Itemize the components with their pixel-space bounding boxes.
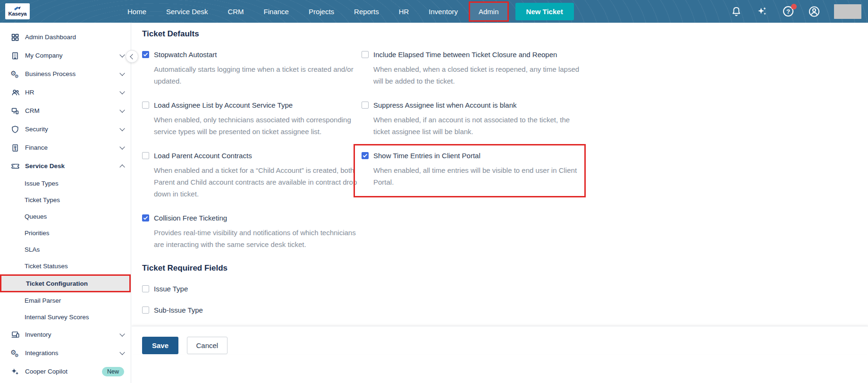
sidebar-item-integrations[interactable]: ⚙⚙ Integrations bbox=[0, 344, 131, 362]
sidebar-item-hr[interactable]: HR bbox=[0, 83, 131, 102]
ticket-defaults-options: Stopwatch Autostart Automatically starts… bbox=[142, 49, 868, 263]
sidebar-item-label: Service Desk bbox=[25, 162, 120, 170]
sidebar-item-service-desk[interactable]: Service Desk bbox=[0, 157, 131, 175]
sidebar-item-label: Integrations bbox=[25, 349, 120, 357]
sidebar-item-my-company[interactable]: My Company bbox=[0, 46, 131, 65]
new-badge: New bbox=[102, 367, 124, 376]
option-issue-type: Issue Type bbox=[142, 283, 868, 294]
option-label: Sub-Issue Type bbox=[154, 305, 203, 315]
sidebar-subitem-ticket-statuses[interactable]: Ticket Statuses bbox=[0, 258, 131, 274]
option-label: Show Time Entries in Client Portal bbox=[373, 150, 480, 161]
user-name-redacted[interactable] bbox=[834, 4, 861, 19]
nav-finance[interactable]: Finance bbox=[254, 1, 299, 22]
sidebar-collapse-button[interactable] bbox=[126, 50, 138, 63]
suppress-assignee-list-checkbox[interactable] bbox=[362, 102, 369, 109]
help-notification-badge bbox=[791, 4, 797, 9]
nav-projects[interactable]: Projects bbox=[299, 1, 344, 22]
sidebar-item-crm[interactable]: CRM bbox=[0, 102, 131, 120]
option-label: Stopwatch Autostart bbox=[154, 49, 217, 60]
sidebar-subitem-slas[interactable]: SLAs bbox=[0, 241, 131, 258]
collision-free-ticketing-checkbox[interactable] bbox=[142, 214, 149, 221]
chevron-down-icon bbox=[119, 52, 125, 57]
new-ticket-button[interactable]: New Ticket bbox=[515, 3, 574, 20]
option-load-parent-account-contracts: Load Parent Account Contracts When enabl… bbox=[142, 150, 362, 200]
sidebar-item-admin-dashboard[interactable]: Admin Dashboard bbox=[0, 28, 131, 46]
svg-text:$: $ bbox=[14, 147, 16, 151]
sidebar-item-security[interactable]: Security bbox=[0, 120, 131, 138]
cancel-button[interactable]: Cancel bbox=[187, 337, 228, 354]
kaseya-logo[interactable]: Kaseya bbox=[5, 3, 30, 19]
sidebar-item-finance[interactable]: $ Finance bbox=[0, 138, 131, 157]
nav-admin-highlighted[interactable]: Admin bbox=[469, 1, 509, 22]
option-include-elapsed-time: Include Elapsed Time between Ticket Clos… bbox=[362, 49, 607, 87]
gears-icon: ⚙⚙ bbox=[9, 70, 21, 78]
ticket-icon bbox=[9, 162, 21, 170]
load-parent-account-contracts-checkbox[interactable] bbox=[142, 152, 149, 159]
ticket-required-fields-title: Ticket Required Fields bbox=[142, 264, 868, 273]
save-button[interactable]: Save bbox=[142, 337, 178, 354]
nav-inventory[interactable]: Inventory bbox=[419, 1, 468, 22]
sidebar-item-label: My Company bbox=[25, 52, 120, 59]
chevron-down-icon bbox=[119, 70, 125, 76]
ticket-configuration-content: Ticket Defaults Stopwatch Autostart Auto… bbox=[132, 23, 868, 383]
gears-icon: ⚙⚙ bbox=[9, 349, 21, 357]
stopwatch-autostart-checkbox[interactable] bbox=[142, 51, 149, 58]
chevron-down-icon bbox=[119, 349, 125, 355]
cooper-ai-sparkles-icon[interactable] bbox=[756, 5, 768, 17]
ticket-required-fields-options: Issue Type Sub-Issue Type bbox=[142, 283, 868, 315]
nav-home[interactable]: Home bbox=[118, 1, 156, 22]
nav-crm[interactable]: CRM bbox=[218, 1, 253, 22]
main-nav: Home Service Desk CRM Finance Projects R… bbox=[118, 1, 574, 22]
option-label: Issue Type bbox=[154, 283, 188, 294]
option-description: When enabled, all time entries will be v… bbox=[373, 164, 578, 188]
sidebar-subitem-ticket-types[interactable]: Ticket Types bbox=[0, 192, 131, 208]
sub-issue-type-checkbox[interactable] bbox=[142, 306, 149, 314]
chevron-up-icon bbox=[119, 164, 125, 170]
finance-document-icon: $ bbox=[9, 144, 21, 152]
sidebar-item-label: Inventory bbox=[25, 331, 120, 338]
sidebar-subitem-priorities[interactable]: Priorities bbox=[0, 225, 131, 241]
option-description: Provides real-time visibility and notifi… bbox=[154, 227, 362, 250]
sidebar-item-label: Admin Dashboard bbox=[25, 34, 124, 41]
issue-type-checkbox[interactable] bbox=[142, 285, 149, 292]
nav-reports[interactable]: Reports bbox=[344, 1, 389, 22]
load-assignee-list-checkbox[interactable] bbox=[142, 102, 149, 109]
ticket-defaults-title: Ticket Defaults bbox=[142, 29, 868, 39]
kaseya-bms-app: Kaseya Home Service Desk CRM Finance Pro… bbox=[0, 0, 868, 383]
sidebar-item-label: CRM bbox=[25, 107, 120, 114]
option-label: Load Assignee List by Account Service Ty… bbox=[154, 100, 293, 111]
form-footer: Save Cancel bbox=[132, 326, 868, 354]
option-description: When enabled, only technicians associate… bbox=[154, 114, 362, 137]
sidebar-item-label: HR bbox=[25, 89, 120, 96]
option-description: When enabled, if an account is not assoc… bbox=[373, 114, 581, 137]
option-sub-issue-type: Sub-Issue Type bbox=[142, 305, 868, 315]
sidebar-subitem-issue-types[interactable]: Issue Types bbox=[0, 175, 131, 192]
option-load-assignee-list: Load Assignee List by Account Service Ty… bbox=[142, 100, 362, 137]
sidebar-subitem-internal-survey-scores[interactable]: Internal Survey Scores bbox=[0, 309, 131, 325]
sidebar-subitem-queues[interactable]: Queues bbox=[0, 208, 131, 225]
dashboard-grid-icon bbox=[9, 33, 21, 42]
nav-service-desk[interactable]: Service Desk bbox=[156, 1, 218, 22]
svg-text:?: ? bbox=[786, 8, 790, 15]
include-elapsed-time-checkbox[interactable] bbox=[362, 51, 369, 58]
sidebar-item-cooper-copilot[interactable]: Cooper Copilot New bbox=[0, 362, 131, 381]
sidebar-item-label: Security bbox=[25, 126, 120, 133]
option-stopwatch-autostart: Stopwatch Autostart Automatically starts… bbox=[142, 49, 362, 87]
sidebar-subitem-ticket-configuration-selected[interactable]: Ticket Configuration bbox=[0, 274, 131, 292]
notifications-bell-icon[interactable] bbox=[730, 5, 742, 17]
kaseya-logo-icon bbox=[14, 6, 21, 11]
sidebar-item-business-process[interactable]: ⚙⚙ Business Process bbox=[0, 65, 131, 83]
sidebar-subitem-email-parser[interactable]: Email Parser bbox=[0, 292, 131, 309]
nav-hr[interactable]: HR bbox=[389, 1, 419, 22]
option-description: Automatically starts logging time when a… bbox=[154, 63, 362, 87]
chevron-left-icon bbox=[130, 54, 135, 59]
help-icon[interactable]: ? bbox=[782, 5, 794, 17]
option-description: When enabled and a ticket for a “Child A… bbox=[154, 164, 362, 200]
option-show-time-entries-wrapper: Show Time Entries in Client Portal When … bbox=[362, 150, 607, 197]
sidebar-item-label: Cooper Copilot bbox=[25, 368, 98, 375]
sidebar-item-inventory[interactable]: Inventory bbox=[0, 325, 131, 344]
show-time-entries-checkbox[interactable] bbox=[362, 152, 369, 159]
chevron-down-icon bbox=[119, 126, 125, 131]
option-label: Suppress Assignee list when Account is b… bbox=[373, 100, 517, 111]
user-profile-icon[interactable] bbox=[808, 5, 820, 17]
